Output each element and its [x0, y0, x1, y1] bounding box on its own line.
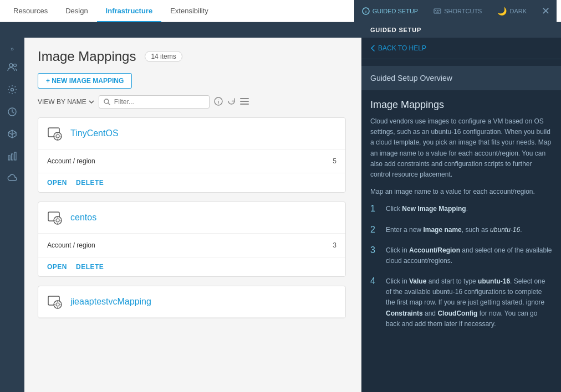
keyboard-icon	[434, 7, 441, 15]
svg-rect-3	[435, 10, 436, 11]
guided-setup-tab[interactable]: i GUIDED SETUP	[354, 0, 426, 22]
shortcuts-tab[interactable]: SHORTCUTS	[426, 0, 489, 22]
card-header-tinyCentOS: TinyCentOS	[38, 118, 345, 149]
table-row: TinyCentOS Account / region 5 OPEN DELET…	[38, 117, 346, 193]
page-title: Image Mappings	[38, 49, 136, 64]
svg-rect-19	[240, 104, 249, 105]
guided-steps-list: 1 Click New Image Mapping. 2 Enter a new…	[370, 204, 552, 329]
items-badge: 14 items	[145, 51, 182, 62]
view-by-dropdown[interactable]: VIEW BY NAME	[38, 98, 94, 106]
step-number-3: 3	[370, 245, 379, 266]
card-title-jieaaptestvc[interactable]: jieaaptestvcMapping	[70, 297, 151, 307]
nav-resources[interactable]: Resources	[4, 0, 57, 22]
svg-rect-5	[438, 10, 440, 11]
svg-rect-17	[240, 98, 249, 99]
guided-panel-header: BACK TO HELP	[361, 38, 561, 59]
list-item: 3 Click in Account/Region and select one…	[370, 245, 552, 266]
chart-icon	[7, 151, 17, 161]
card-title-centos[interactable]: centos	[70, 213, 96, 223]
sidebar-clock[interactable]	[2, 102, 22, 122]
open-button-tinyCentOS[interactable]: OPEN	[47, 179, 67, 187]
guided-panel: BACK TO HELP Guided Setup Overview Image…	[361, 38, 561, 392]
clock-icon	[7, 107, 17, 117]
table-row: centos Account / region 3 OPEN DELETE	[38, 202, 346, 277]
cloud-icon	[7, 173, 17, 183]
card-body-tinyCentOS: Account / region 5	[38, 149, 345, 173]
filter-bar: VIEW BY NAME i	[38, 95, 348, 109]
svg-text:i: i	[365, 9, 366, 14]
gear-icon	[7, 85, 17, 95]
step-text-4: Click in Value and start to type ubuntu-…	[386, 276, 552, 329]
table-row: jieaaptestvcMapping	[38, 286, 346, 318]
svg-point-27	[54, 301, 62, 308]
search-icon	[104, 99, 111, 106]
new-image-mapping-button[interactable]: + NEW IMAGE MAPPING	[38, 73, 132, 89]
svg-rect-12	[12, 154, 13, 160]
card-header-jieaaptestvc: jieaaptestvcMapping	[38, 286, 345, 318]
card-actions-tinyCentOS: OPEN DELETE	[38, 173, 345, 192]
guided-panel-desc2: Map an image name to a value for each ac…	[370, 187, 552, 197]
guided-setup-title-bar: GUIDED SETUP	[0, 22, 561, 38]
sidebar-collapse[interactable]: »	[11, 42, 14, 55]
svg-rect-4	[437, 10, 438, 11]
svg-rect-13	[14, 152, 16, 160]
guided-panel-desc1: Cloud vendors use images to configure a …	[370, 116, 552, 180]
chevron-down-icon	[89, 100, 94, 104]
back-to-help-button[interactable]: BACK TO HELP	[370, 44, 552, 52]
list-view-icon[interactable]	[240, 97, 249, 106]
step-text-1: Click New Image Mapping.	[386, 204, 468, 214]
step-number-4: 4	[370, 276, 379, 329]
nav-design[interactable]: Design	[57, 0, 96, 22]
top-nav: Resources Design Infrastructure Extensib…	[0, 0, 561, 22]
sidebar-cloud[interactable]	[2, 168, 22, 188]
card-body-centos: Account / region 3	[38, 234, 345, 257]
delete-button-centos[interactable]: DELETE	[76, 263, 104, 271]
svg-point-8	[14, 64, 17, 67]
image-mapping-icon	[47, 294, 65, 310]
guided-setup-overview-section: Guided Setup Overview	[361, 66, 561, 90]
sidebar-people[interactable]	[2, 58, 22, 78]
svg-point-9	[11, 89, 14, 91]
nav-extensibility[interactable]: Extensibility	[161, 0, 217, 22]
sidebar-box[interactable]	[2, 124, 22, 144]
delete-button-tinyCentOS[interactable]: DELETE	[76, 179, 104, 187]
nav-infrastructure[interactable]: Infrastructure	[97, 0, 162, 22]
image-mapping-icon	[47, 210, 65, 225]
sidebar-chart[interactable]	[2, 146, 22, 166]
close-guided-button[interactable]: ✕	[534, 0, 557, 22]
step-text-3: Click in Account/Region and select one o…	[386, 245, 552, 266]
card-header-centos: centos	[38, 202, 345, 234]
list-item: 2 Enter a new Image name, such as ubuntu…	[370, 225, 552, 235]
search-box	[99, 95, 210, 109]
page-header: Image Mappings 14 items	[38, 49, 348, 64]
box-icon	[7, 129, 17, 139]
guided-panel-heading: Image Mappings	[370, 99, 552, 111]
svg-rect-11	[8, 156, 10, 160]
info-icon[interactable]: i	[214, 97, 223, 107]
svg-point-21	[54, 132, 62, 140]
filter-input[interactable]	[114, 98, 203, 106]
sidebar-gear[interactable]	[2, 80, 22, 100]
step-text-2: Enter a new Image name, such as ubuntu-1…	[386, 225, 522, 235]
list-item: 1 Click New Image Mapping.	[370, 204, 552, 214]
card-title-tinyCentOS[interactable]: TinyCentOS	[70, 128, 119, 138]
guided-panel-body: Image Mappings Cloud vendors use images …	[361, 97, 561, 392]
content-area: Image Mappings 14 items + NEW IMAGE MAPP…	[24, 38, 361, 392]
dark-toggle[interactable]: 🌙 DARK	[489, 0, 534, 22]
card-actions-centos: OPEN DELETE	[38, 257, 345, 276]
step-number-2: 2	[370, 225, 379, 235]
guided-setup-icon: i	[362, 7, 370, 15]
step-number-1: 1	[370, 204, 379, 214]
card-list: TinyCentOS Account / region 5 OPEN DELET…	[38, 117, 348, 392]
sidebar: »	[0, 38, 24, 392]
people-icon	[7, 63, 17, 73]
chevron-left-icon	[370, 45, 375, 51]
svg-point-24	[54, 216, 62, 224]
list-item: 4 Click in Value and start to type ubunt…	[370, 276, 552, 329]
svg-rect-6	[436, 12, 439, 13]
image-mapping-icon	[47, 126, 65, 141]
svg-rect-18	[240, 101, 249, 102]
refresh-icon[interactable]	[227, 97, 236, 107]
guided-setup-title: GUIDED SETUP	[370, 27, 421, 33]
open-button-centos[interactable]: OPEN	[47, 263, 67, 271]
